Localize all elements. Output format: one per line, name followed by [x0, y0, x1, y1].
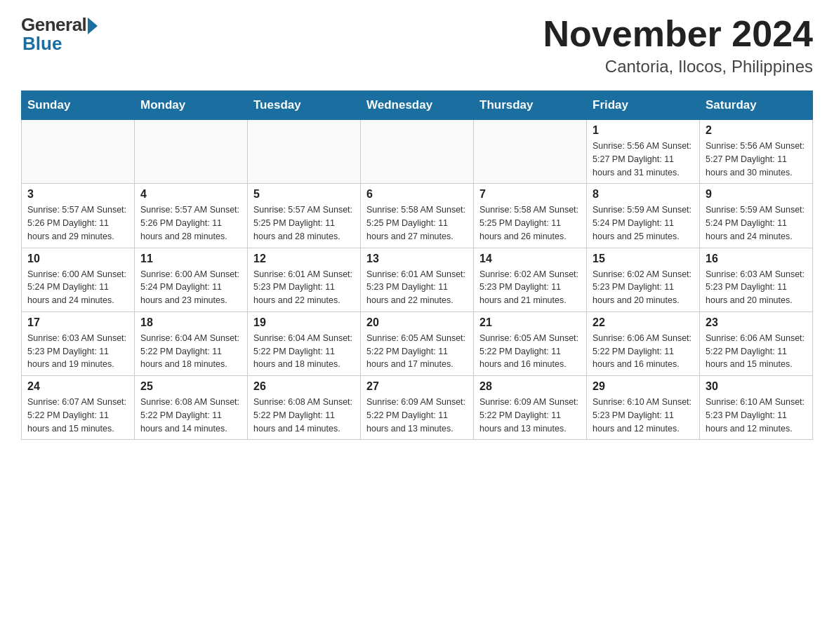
day-info: Sunrise: 5:58 AM Sunset: 5:25 PM Dayligh… — [479, 203, 581, 243]
day-info: Sunrise: 6:00 AM Sunset: 5:24 PM Dayligh… — [27, 268, 128, 307]
calendar-week-row-1: 1Sunrise: 5:56 AM Sunset: 5:27 PM Daylig… — [22, 120, 813, 184]
calendar-week-row-4: 17Sunrise: 6:03 AM Sunset: 5:23 PM Dayli… — [22, 311, 813, 375]
calendar-cell: 30Sunrise: 6:10 AM Sunset: 5:23 PM Dayli… — [700, 376, 813, 440]
day-info: Sunrise: 6:04 AM Sunset: 5:22 PM Dayligh… — [140, 332, 241, 371]
day-info: Sunrise: 6:10 AM Sunset: 5:23 PM Dayligh… — [593, 396, 694, 435]
day-number: 23 — [706, 316, 807, 329]
calendar-cell — [135, 120, 248, 184]
day-info: Sunrise: 6:10 AM Sunset: 5:23 PM Dayligh… — [706, 396, 807, 435]
day-info: Sunrise: 5:57 AM Sunset: 5:26 PM Dayligh… — [140, 203, 241, 243]
calendar-header-friday: Friday — [587, 91, 700, 120]
calendar-cell: 15Sunrise: 6:02 AM Sunset: 5:23 PM Dayli… — [587, 248, 700, 311]
calendar-cell: 14Sunrise: 6:02 AM Sunset: 5:23 PM Dayli… — [474, 248, 587, 311]
logo: General Blue — [21, 14, 98, 55]
calendar-cell — [22, 120, 135, 184]
day-number: 12 — [253, 253, 355, 265]
calendar-cell: 19Sunrise: 6:04 AM Sunset: 5:22 PM Dayli… — [248, 311, 361, 375]
page-header: General Blue November 2024 Cantoria, Ilo… — [21, 14, 813, 76]
calendar-cell: 13Sunrise: 6:01 AM Sunset: 5:23 PM Dayli… — [361, 248, 474, 311]
calendar-cell: 25Sunrise: 6:08 AM Sunset: 5:22 PM Dayli… — [135, 376, 248, 440]
day-info: Sunrise: 6:03 AM Sunset: 5:23 PM Dayligh… — [706, 268, 807, 307]
calendar-header-tuesday: Tuesday — [248, 91, 361, 120]
calendar-cell: 9Sunrise: 5:59 AM Sunset: 5:24 PM Daylig… — [700, 184, 813, 248]
day-info: Sunrise: 6:05 AM Sunset: 5:22 PM Dayligh… — [479, 332, 581, 371]
page-title: November 2024 — [543, 14, 813, 54]
calendar-cell: 20Sunrise: 6:05 AM Sunset: 5:22 PM Dayli… — [361, 311, 474, 375]
calendar-cell: 16Sunrise: 6:03 AM Sunset: 5:23 PM Dayli… — [700, 248, 813, 311]
calendar-cell — [361, 120, 474, 184]
calendar-cell: 29Sunrise: 6:10 AM Sunset: 5:23 PM Dayli… — [587, 376, 700, 440]
day-info: Sunrise: 6:04 AM Sunset: 5:22 PM Dayligh… — [253, 332, 355, 371]
day-number: 14 — [479, 253, 581, 265]
calendar-cell: 10Sunrise: 6:00 AM Sunset: 5:24 PM Dayli… — [22, 248, 135, 311]
day-info: Sunrise: 5:59 AM Sunset: 5:24 PM Dayligh… — [706, 203, 807, 243]
day-number: 15 — [593, 253, 694, 265]
day-number: 20 — [366, 316, 468, 329]
day-number: 3 — [27, 188, 128, 201]
day-number: 1 — [593, 124, 694, 137]
day-number: 16 — [706, 253, 807, 265]
calendar-cell: 26Sunrise: 6:08 AM Sunset: 5:22 PM Dayli… — [248, 376, 361, 440]
calendar-cell: 17Sunrise: 6:03 AM Sunset: 5:23 PM Dayli… — [22, 311, 135, 375]
day-number: 29 — [593, 380, 694, 393]
calendar-cell: 3Sunrise: 5:57 AM Sunset: 5:26 PM Daylig… — [22, 184, 135, 248]
calendar-header-wednesday: Wednesday — [361, 91, 474, 120]
calendar-header-saturday: Saturday — [700, 91, 813, 120]
day-info: Sunrise: 5:57 AM Sunset: 5:25 PM Dayligh… — [253, 203, 355, 243]
day-info: Sunrise: 6:02 AM Sunset: 5:23 PM Dayligh… — [593, 268, 694, 307]
day-info: Sunrise: 5:56 AM Sunset: 5:27 PM Dayligh… — [593, 140, 694, 179]
day-info: Sunrise: 5:57 AM Sunset: 5:26 PM Dayligh… — [27, 203, 128, 243]
day-info: Sunrise: 5:56 AM Sunset: 5:27 PM Dayligh… — [706, 140, 807, 179]
day-number: 30 — [706, 380, 807, 393]
day-info: Sunrise: 5:59 AM Sunset: 5:24 PM Dayligh… — [593, 203, 694, 243]
day-number: 27 — [366, 380, 468, 393]
day-number: 21 — [479, 316, 581, 329]
day-number: 7 — [479, 188, 581, 201]
day-number: 9 — [706, 188, 807, 201]
day-number: 24 — [27, 380, 128, 393]
day-info: Sunrise: 5:58 AM Sunset: 5:25 PM Dayligh… — [366, 203, 468, 243]
calendar-week-row-3: 10Sunrise: 6:00 AM Sunset: 5:24 PM Dayli… — [22, 248, 813, 311]
calendar-cell: 24Sunrise: 6:07 AM Sunset: 5:22 PM Dayli… — [22, 376, 135, 440]
day-info: Sunrise: 6:08 AM Sunset: 5:22 PM Dayligh… — [140, 396, 241, 435]
day-number: 22 — [593, 316, 694, 329]
day-number: 25 — [140, 380, 241, 393]
calendar-cell: 27Sunrise: 6:09 AM Sunset: 5:22 PM Dayli… — [361, 376, 474, 440]
calendar-cell — [248, 120, 361, 184]
calendar-cell: 22Sunrise: 6:06 AM Sunset: 5:22 PM Dayli… — [587, 311, 700, 375]
day-number: 8 — [593, 188, 694, 201]
calendar-week-row-5: 24Sunrise: 6:07 AM Sunset: 5:22 PM Dayli… — [22, 376, 813, 440]
calendar-cell: 2Sunrise: 5:56 AM Sunset: 5:27 PM Daylig… — [700, 120, 813, 184]
day-number: 6 — [366, 188, 468, 201]
day-info: Sunrise: 6:03 AM Sunset: 5:23 PM Dayligh… — [27, 332, 128, 371]
day-number: 10 — [27, 253, 128, 265]
day-info: Sunrise: 6:01 AM Sunset: 5:23 PM Dayligh… — [366, 268, 468, 307]
day-info: Sunrise: 6:05 AM Sunset: 5:22 PM Dayligh… — [366, 332, 468, 371]
day-info: Sunrise: 6:09 AM Sunset: 5:22 PM Dayligh… — [366, 396, 468, 435]
day-info: Sunrise: 6:06 AM Sunset: 5:22 PM Dayligh… — [706, 332, 807, 371]
day-info: Sunrise: 6:00 AM Sunset: 5:24 PM Dayligh… — [140, 268, 241, 307]
calendar-cell — [474, 120, 587, 184]
title-block: November 2024 Cantoria, Ilocos, Philippi… — [543, 14, 813, 76]
page-subtitle: Cantoria, Ilocos, Philippines — [543, 57, 813, 76]
calendar-cell: 12Sunrise: 6:01 AM Sunset: 5:23 PM Dayli… — [248, 248, 361, 311]
calendar-cell: 23Sunrise: 6:06 AM Sunset: 5:22 PM Dayli… — [700, 311, 813, 375]
calendar-cell: 5Sunrise: 5:57 AM Sunset: 5:25 PM Daylig… — [248, 184, 361, 248]
calendar-header-sunday: Sunday — [22, 91, 135, 120]
logo-arrow-icon — [88, 18, 98, 34]
day-info: Sunrise: 6:06 AM Sunset: 5:22 PM Dayligh… — [593, 332, 694, 371]
day-info: Sunrise: 6:07 AM Sunset: 5:22 PM Dayligh… — [27, 396, 128, 435]
day-number: 19 — [253, 316, 355, 329]
day-number: 5 — [253, 188, 355, 201]
day-info: Sunrise: 6:09 AM Sunset: 5:22 PM Dayligh… — [479, 396, 581, 435]
calendar-cell: 4Sunrise: 5:57 AM Sunset: 5:26 PM Daylig… — [135, 184, 248, 248]
calendar-cell: 8Sunrise: 5:59 AM Sunset: 5:24 PM Daylig… — [587, 184, 700, 248]
day-number: 28 — [479, 380, 581, 393]
calendar-week-row-2: 3Sunrise: 5:57 AM Sunset: 5:26 PM Daylig… — [22, 184, 813, 248]
calendar-cell: 11Sunrise: 6:00 AM Sunset: 5:24 PM Dayli… — [135, 248, 248, 311]
day-number: 2 — [706, 124, 807, 137]
calendar-cell: 6Sunrise: 5:58 AM Sunset: 5:25 PM Daylig… — [361, 184, 474, 248]
day-number: 11 — [140, 253, 241, 265]
calendar-cell: 18Sunrise: 6:04 AM Sunset: 5:22 PM Dayli… — [135, 311, 248, 375]
calendar-cell: 7Sunrise: 5:58 AM Sunset: 5:25 PM Daylig… — [474, 184, 587, 248]
